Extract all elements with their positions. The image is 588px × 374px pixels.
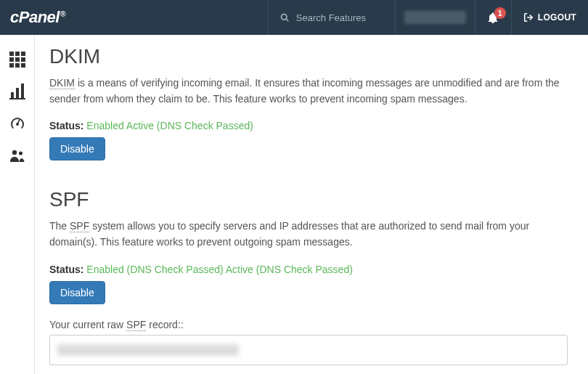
search-icon [280, 12, 289, 23]
dkim-desc-text: is a means of verifying incoming email. … [49, 77, 560, 105]
user-name-redacted [404, 11, 466, 24]
svg-rect-4 [15, 52, 20, 56]
spf-record-box[interactable] [49, 335, 568, 365]
spf-disable-button[interactable]: Disable [49, 281, 105, 304]
spf-desc-pre: The [49, 220, 70, 232]
dkim-abbr: DKIM [49, 77, 75, 89]
notifications-button[interactable]: 1 [475, 0, 511, 35]
grid-icon [9, 52, 25, 68]
search-input[interactable] [296, 12, 383, 23]
spf-status-label: Status: [49, 264, 83, 275]
cpanel-logo[interactable]: cPanel® [0, 8, 94, 27]
svg-rect-10 [15, 63, 20, 68]
svg-rect-14 [21, 84, 24, 98]
record-label-pre: Your current raw [49, 319, 126, 330]
svg-point-0 [281, 15, 287, 20]
main-content: DKIM DKIM is a means of verifying incomi… [35, 35, 588, 374]
svg-rect-8 [21, 57, 25, 62]
svg-rect-6 [9, 57, 14, 62]
spf-record-redacted [57, 344, 239, 356]
svg-rect-3 [9, 52, 14, 56]
svg-rect-9 [9, 63, 14, 68]
sidebar-item-dashboard[interactable] [0, 107, 35, 139]
svg-rect-7 [15, 57, 20, 62]
spf-status-value: Enabled (DNS Check Passed) Active (DNS C… [86, 264, 352, 275]
gauge-icon [9, 115, 25, 131]
svg-rect-15 [9, 98, 25, 99]
spf-section: SPF The SPF system allows you to specify… [49, 188, 568, 365]
dkim-status-value: Enabled Active (DNS Check Passed) [86, 120, 253, 131]
svg-point-18 [12, 150, 16, 155]
user-menu[interactable] [395, 0, 475, 35]
svg-rect-13 [16, 88, 19, 98]
dkim-status-label: Status: [49, 120, 83, 131]
bar-chart-icon [9, 84, 25, 99]
spf-status-line: Status: Enabled (DNS Check Passed) Activ… [49, 264, 568, 275]
spf-description: The SPF system allows you to specify ser… [49, 219, 568, 250]
sidebar-item-home[interactable] [0, 44, 35, 76]
spf-desc-text: system allows you to specify servers and… [49, 220, 529, 248]
svg-rect-12 [11, 92, 14, 98]
svg-rect-11 [21, 63, 25, 68]
spf-heading: SPF [49, 188, 568, 211]
logout-button[interactable]: LOGOUT [511, 0, 588, 35]
notification-badge: 1 [494, 7, 506, 19]
dkim-heading: DKIM [49, 45, 568, 68]
svg-line-1 [286, 19, 288, 21]
logout-label: LOGOUT [538, 12, 576, 23]
record-abbr: SPF [126, 319, 146, 331]
sidebar-item-users[interactable] [0, 139, 35, 171]
spf-record-label: Your current raw SPF record:: [49, 319, 568, 330]
svg-rect-17 [17, 119, 20, 123]
dkim-description: DKIM is a means of verifying incoming em… [49, 76, 568, 107]
users-icon [9, 147, 25, 163]
spf-abbr: SPF [70, 220, 89, 232]
record-label-post: record:: [146, 319, 183, 330]
search-box[interactable] [268, 0, 395, 35]
svg-rect-5 [21, 52, 25, 56]
dkim-status-line: Status: Enabled Active (DNS Check Passed… [49, 120, 568, 131]
svg-point-19 [18, 151, 22, 155]
dkim-section: DKIM DKIM is a means of verifying incomi… [49, 45, 568, 160]
logout-icon [523, 12, 534, 23]
sidebar [0, 35, 35, 374]
logo-text: cPanel® [10, 8, 65, 27]
sidebar-item-stats[interactable] [0, 76, 35, 107]
top-header: cPanel® 1 LOGOUT [0, 0, 588, 35]
dkim-disable-button[interactable]: Disable [49, 137, 105, 160]
